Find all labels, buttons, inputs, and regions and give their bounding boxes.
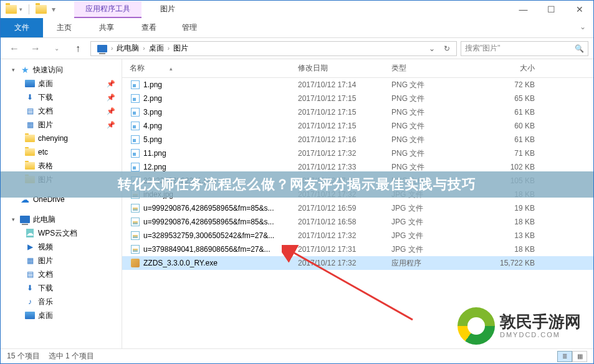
file-row[interactable]: u=999290876,4286958965&fm=85&s...2017/10…	[122, 201, 593, 215]
file-icon	[130, 108, 141, 117]
bc-pc-icon[interactable]	[93, 45, 111, 52]
folder-icon[interactable]	[6, 5, 17, 14]
file-size: 72 KB	[472, 80, 547, 89]
chevron-down-icon[interactable]: ▾	[12, 67, 19, 73]
item-icon	[24, 312, 36, 319]
expand-ribbon[interactable]: ⌄	[572, 18, 593, 37]
file-date: 2017/10/12 17:15	[298, 94, 391, 103]
file-row[interactable]: 5.png2017/10/12 17:16PNG 文件61 KB	[122, 133, 593, 146]
icons-view-button[interactable]: ▦	[572, 351, 587, 362]
view-tab[interactable]: 查看	[128, 18, 170, 37]
file-size: 15,722 KB	[472, 259, 547, 267]
bc-desktop[interactable]: 桌面	[145, 43, 168, 54]
folder-icon-2[interactable]	[36, 5, 47, 14]
sidebar-item[interactable]: etc	[1, 145, 122, 159]
sidebar-item[interactable]: ▤文档📌	[1, 104, 122, 118]
sidebar-item[interactable]: ▶视频	[1, 240, 122, 254]
back-button[interactable]: ←	[6, 40, 23, 57]
file-tab[interactable]: 文件	[1, 18, 43, 37]
sidebar-item[interactable]: ♪音乐	[1, 295, 122, 309]
maximize-button[interactable]: ☐	[537, 1, 565, 18]
up-button[interactable]: ↑	[69, 40, 87, 57]
forward-button[interactable]: →	[27, 40, 44, 57]
bc-dropdown[interactable]: ⌄	[425, 44, 439, 53]
home-tab[interactable]: 主页	[43, 18, 85, 37]
sidebar-item[interactable]: chenying	[1, 132, 122, 145]
search-input[interactable]: 搜索"图片" 🔍	[461, 41, 588, 56]
item-icon: ♪	[24, 297, 36, 306]
file-type: PNG 文件	[391, 148, 472, 159]
this-pc[interactable]: ▾ 此电脑	[1, 213, 122, 226]
pin-icon: 📌	[107, 93, 115, 102]
sidebar-item[interactable]: 表格	[1, 159, 122, 173]
window-controls: — ☐ ✕	[509, 1, 593, 18]
item-icon: ▤	[24, 270, 36, 279]
file-type: PNG 文件	[391, 93, 472, 104]
file-name: 5.png	[141, 135, 298, 144]
minimize-button[interactable]: —	[509, 1, 537, 18]
file-name: 1.png	[141, 80, 298, 89]
pin-icon: 📌	[107, 80, 115, 88]
qat-dropdown[interactable]: ▾	[19, 6, 22, 12]
file-name: 2.png	[141, 94, 298, 103]
column-headers: 名称▴ 修改日期 类型 大小	[122, 59, 593, 78]
bc-this-pc[interactable]: 此电脑	[113, 43, 143, 54]
details-view-button[interactable]: ≣	[557, 351, 572, 362]
share-tab[interactable]: 共享	[85, 18, 128, 37]
refresh-button[interactable]: ↻	[440, 44, 454, 53]
file-row[interactable]: u=3289532759,3006505242&fm=27&...2017/10…	[122, 229, 593, 242]
chevron-down-icon[interactable]: ▾	[12, 216, 19, 223]
sidebar-item[interactable]: ☁WPS云文档	[1, 226, 122, 240]
col-name-header[interactable]: 名称▴	[130, 63, 298, 74]
file-date: 2017/10/12 17:32	[298, 259, 391, 267]
sidebar-item[interactable]: 桌面	[1, 309, 122, 322]
titlebar: ▾ ▾ 应用程序工具 图片 — ☐ ✕	[1, 1, 593, 18]
ribbon: 文件 主页 共享 查看 管理 ⌄	[1, 18, 593, 38]
file-row[interactable]: u=3798849041,886908656&fm=27&...2017/10/…	[122, 242, 593, 256]
quick-access[interactable]: ▾ ★ 快速访问	[1, 63, 122, 77]
search-icon[interactable]: 🔍	[575, 44, 584, 53]
file-type: PNG 文件	[391, 135, 472, 145]
item-icon: ⬇	[24, 284, 36, 292]
sidebar-item-label: 视频	[38, 242, 53, 252]
col-size-header[interactable]: 大小	[472, 63, 547, 74]
breadcrumb[interactable]: › 此电脑 › 桌面 › 图片 ⌄ ↻	[90, 41, 457, 56]
app-tools-tab[interactable]: 应用程序工具	[74, 1, 141, 18]
sidebar-item[interactable]: ⬇下载📌	[1, 90, 122, 104]
sidebar-item-label: 文档	[38, 269, 53, 280]
sidebar-item-label: 图片	[38, 256, 53, 266]
item-icon: ▦	[24, 120, 36, 129]
col-type-header[interactable]: 类型	[391, 63, 472, 74]
manage-tab[interactable]: 管理	[168, 18, 211, 37]
sidebar-item[interactable]: ▦图片📌	[1, 118, 122, 132]
file-row[interactable]: 3.png2017/10/12 17:15PNG 文件61 KB	[122, 105, 593, 119]
qat-eq[interactable]: ▾	[52, 5, 55, 14]
close-button[interactable]: ✕	[565, 1, 593, 18]
file-size: 60 KB	[472, 122, 547, 130]
file-row[interactable]: 11.png2017/10/12 17:32PNG 文件71 KB	[122, 146, 593, 160]
recent-dropdown[interactable]: ⌄	[48, 40, 65, 57]
star-icon: ★	[19, 65, 31, 75]
file-row[interactable]: u=999290876,4286958965&fm=85&s...2017/10…	[122, 215, 593, 229]
file-name: u=3798849041,886908656&fm=27&...	[141, 245, 298, 254]
file-name: u=999290876,4286958965&fm=85&s...	[141, 204, 298, 213]
sidebar-item[interactable]: ▦图片	[1, 254, 122, 267]
file-row[interactable]: 2.png2017/10/12 17:15PNG 文件65 KB	[122, 92, 593, 105]
sidebar-item[interactable]: ⬇下载	[1, 281, 122, 295]
file-icon	[130, 231, 141, 240]
col-date-header[interactable]: 修改日期	[298, 63, 391, 74]
bc-pictures[interactable]: 图片	[170, 43, 192, 54]
item-icon: ☁	[24, 229, 36, 237]
file-name: u=3289532759,3006505242&fm=27&...	[141, 231, 298, 240]
file-row[interactable]: 1.png2017/10/12 17:14PNG 文件72 KB	[122, 78, 593, 92]
item-icon: ▦	[24, 256, 36, 265]
sidebar-item[interactable]: ▤文档	[1, 267, 122, 281]
file-icon	[130, 94, 141, 103]
file-row[interactable]: 4.png2017/10/12 17:15PNG 文件60 KB	[122, 119, 593, 133]
file-date: 2017/10/12 17:32	[298, 149, 391, 158]
file-size: 18 KB	[472, 245, 547, 254]
overlay-banner: 转化大师任务流程怎么做？网友评分揭示最佳实践与技巧	[1, 171, 593, 198]
sidebar-item[interactable]: 桌面📌	[1, 77, 122, 90]
file-row[interactable]: ZZDS_3.3.0.0_RY.exe2017/10/12 17:32应用程序1…	[122, 256, 593, 270]
sidebar-item-label: 表格	[38, 161, 53, 171]
